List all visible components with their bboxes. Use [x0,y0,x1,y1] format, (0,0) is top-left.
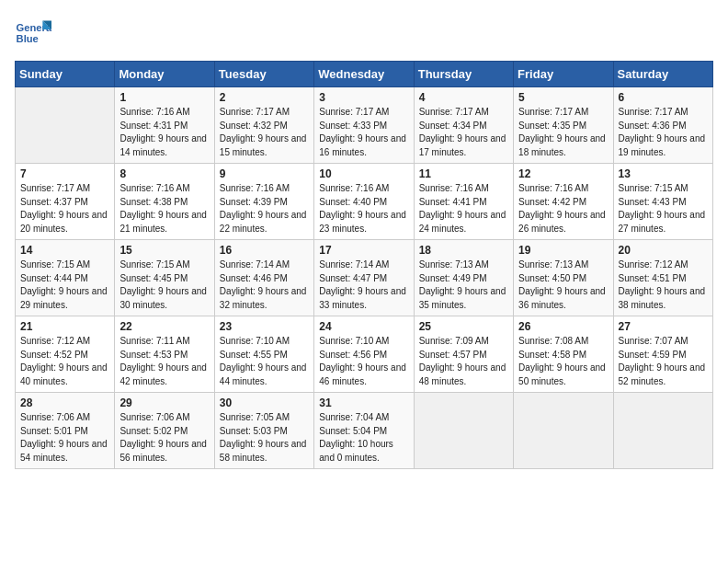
day-number: 31 [319,396,408,409]
calendar-cell: 8Sunrise: 7:16 AMSunset: 4:38 PMDaylight… [115,164,214,240]
calendar-cell: 7Sunrise: 7:17 AMSunset: 4:37 PMDaylight… [16,164,115,240]
day-detail: Sunrise: 7:16 AMSunset: 4:40 PMDaylight:… [319,182,408,236]
day-number: 2 [220,91,309,104]
day-header: Thursday [414,62,513,87]
day-detail: Sunrise: 7:17 AMSunset: 4:35 PMDaylight:… [518,106,608,159]
day-number: 16 [220,244,309,257]
calendar-cell: 21Sunrise: 7:12 AMSunset: 4:52 PMDayligh… [16,316,115,393]
day-number: 12 [518,167,608,180]
day-number: 30 [220,396,309,409]
day-number: 28 [20,396,109,409]
calendar-cell: 28Sunrise: 7:06 AMSunset: 5:01 PMDayligh… [16,393,115,469]
calendar-week-row: 7Sunrise: 7:17 AMSunset: 4:37 PMDaylight… [16,164,713,240]
day-header: Saturday [613,62,712,87]
day-detail: Sunrise: 7:16 AMSunset: 4:38 PMDaylight:… [119,182,209,236]
calendar-cell: 29Sunrise: 7:06 AMSunset: 5:02 PMDayligh… [115,393,214,469]
calendar-cell: 15Sunrise: 7:15 AMSunset: 4:45 PMDayligh… [115,240,214,316]
day-detail: Sunrise: 7:15 AMSunset: 4:45 PMDaylight:… [119,259,209,312]
day-number: 27 [619,320,708,333]
svg-text:Blue: Blue [17,33,39,44]
day-header: Wednesday [314,62,414,87]
day-number: 13 [619,167,708,180]
day-number: 25 [419,320,508,333]
day-detail: Sunrise: 7:15 AMSunset: 4:44 PMDaylight:… [20,259,109,312]
day-number: 26 [518,320,608,333]
day-header: Tuesday [214,62,313,87]
calendar-cell: 6Sunrise: 7:17 AMSunset: 4:36 PMDaylight… [613,87,712,164]
day-number: 10 [319,167,408,180]
logo: General Blue [15,15,55,52]
calendar-cell: 26Sunrise: 7:08 AMSunset: 4:58 PMDayligh… [514,316,613,393]
day-detail: Sunrise: 7:10 AMSunset: 4:55 PMDaylight:… [220,335,309,388]
calendar-cell: 4Sunrise: 7:17 AMSunset: 4:34 PMDaylight… [414,87,513,164]
day-detail: Sunrise: 7:17 AMSunset: 4:32 PMDaylight:… [220,106,309,159]
day-detail: Sunrise: 7:14 AMSunset: 4:46 PMDaylight:… [220,259,309,312]
day-detail: Sunrise: 7:16 AMSunset: 4:41 PMDaylight:… [419,182,508,236]
day-detail: Sunrise: 7:16 AMSunset: 4:42 PMDaylight:… [518,182,608,236]
day-detail: Sunrise: 7:09 AMSunset: 4:57 PMDaylight:… [419,335,508,388]
calendar-week-row: 1Sunrise: 7:16 AMSunset: 4:31 PMDaylight… [16,87,713,164]
day-detail: Sunrise: 7:07 AMSunset: 4:59 PMDaylight:… [619,335,708,388]
day-detail: Sunrise: 7:12 AMSunset: 4:52 PMDaylight:… [20,335,109,388]
day-detail: Sunrise: 7:08 AMSunset: 4:58 PMDaylight:… [518,335,608,388]
day-number: 4 [419,91,508,104]
calendar-table: SundayMondayTuesdayWednesdayThursdayFrid… [15,61,713,469]
calendar-cell: 23Sunrise: 7:10 AMSunset: 4:55 PMDayligh… [214,316,313,393]
calendar-cell: 16Sunrise: 7:14 AMSunset: 4:46 PMDayligh… [214,240,313,316]
calendar-cell: 17Sunrise: 7:14 AMSunset: 4:47 PMDayligh… [314,240,414,316]
calendar-week-row: 21Sunrise: 7:12 AMSunset: 4:52 PMDayligh… [16,316,713,393]
calendar-header-row: SundayMondayTuesdayWednesdayThursdayFrid… [16,62,713,87]
day-detail: Sunrise: 7:13 AMSunset: 4:50 PMDaylight:… [518,259,608,312]
day-detail: Sunrise: 7:17 AMSunset: 4:34 PMDaylight:… [419,106,508,159]
day-number: 23 [220,320,309,333]
day-detail: Sunrise: 7:15 AMSunset: 4:43 PMDaylight:… [619,182,708,236]
calendar-cell [514,393,613,469]
calendar-cell: 1Sunrise: 7:16 AMSunset: 4:31 PMDaylight… [115,87,214,164]
day-number: 29 [119,396,209,409]
day-header: Friday [514,62,613,87]
calendar-cell: 9Sunrise: 7:16 AMSunset: 4:39 PMDaylight… [214,164,313,240]
calendar-cell: 31Sunrise: 7:04 AMSunset: 5:04 PMDayligh… [314,393,414,469]
calendar-cell: 20Sunrise: 7:12 AMSunset: 4:51 PMDayligh… [613,240,712,316]
day-number: 18 [419,244,508,257]
calendar-cell: 14Sunrise: 7:15 AMSunset: 4:44 PMDayligh… [16,240,115,316]
calendar-week-row: 28Sunrise: 7:06 AMSunset: 5:01 PMDayligh… [16,393,713,469]
calendar-cell: 3Sunrise: 7:17 AMSunset: 4:33 PMDaylight… [314,87,414,164]
calendar-cell: 22Sunrise: 7:11 AMSunset: 4:53 PMDayligh… [115,316,214,393]
day-detail: Sunrise: 7:05 AMSunset: 5:03 PMDaylight:… [220,411,309,465]
day-number: 6 [619,91,708,104]
day-detail: Sunrise: 7:17 AMSunset: 4:37 PMDaylight:… [20,182,109,236]
day-number: 22 [119,320,209,333]
day-number: 8 [119,167,209,180]
day-detail: Sunrise: 7:17 AMSunset: 4:36 PMDaylight:… [619,106,708,159]
calendar-cell: 24Sunrise: 7:10 AMSunset: 4:56 PMDayligh… [314,316,414,393]
day-number: 14 [20,244,109,257]
calendar-cell: 30Sunrise: 7:05 AMSunset: 5:03 PMDayligh… [214,393,313,469]
calendar-cell: 19Sunrise: 7:13 AMSunset: 4:50 PMDayligh… [514,240,613,316]
day-number: 1 [119,91,209,104]
calendar-cell: 11Sunrise: 7:16 AMSunset: 4:41 PMDayligh… [414,164,513,240]
calendar-cell: 10Sunrise: 7:16 AMSunset: 4:40 PMDayligh… [314,164,414,240]
day-number: 24 [319,320,408,333]
calendar-cell: 12Sunrise: 7:16 AMSunset: 4:42 PMDayligh… [514,164,613,240]
calendar-week-row: 14Sunrise: 7:15 AMSunset: 4:44 PMDayligh… [16,240,713,316]
day-number: 3 [319,91,408,104]
day-number: 7 [20,167,109,180]
day-number: 11 [419,167,508,180]
day-header: Sunday [16,62,115,87]
day-header: Monday [115,62,214,87]
day-number: 5 [518,91,608,104]
day-detail: Sunrise: 7:12 AMSunset: 4:51 PMDaylight:… [619,259,708,312]
calendar-cell: 5Sunrise: 7:17 AMSunset: 4:35 PMDaylight… [514,87,613,164]
calendar-cell [16,87,115,164]
day-detail: Sunrise: 7:04 AMSunset: 5:04 PMDaylight:… [319,411,408,465]
day-detail: Sunrise: 7:17 AMSunset: 4:33 PMDaylight:… [319,106,408,159]
day-detail: Sunrise: 7:14 AMSunset: 4:47 PMDaylight:… [319,259,408,312]
calendar-cell: 13Sunrise: 7:15 AMSunset: 4:43 PMDayligh… [613,164,712,240]
calendar-cell: 2Sunrise: 7:17 AMSunset: 4:32 PMDaylight… [214,87,313,164]
day-number: 20 [619,244,708,257]
day-number: 19 [518,244,608,257]
calendar-cell [414,393,513,469]
header: General Blue [15,15,713,52]
day-detail: Sunrise: 7:06 AMSunset: 5:01 PMDaylight:… [20,411,109,465]
